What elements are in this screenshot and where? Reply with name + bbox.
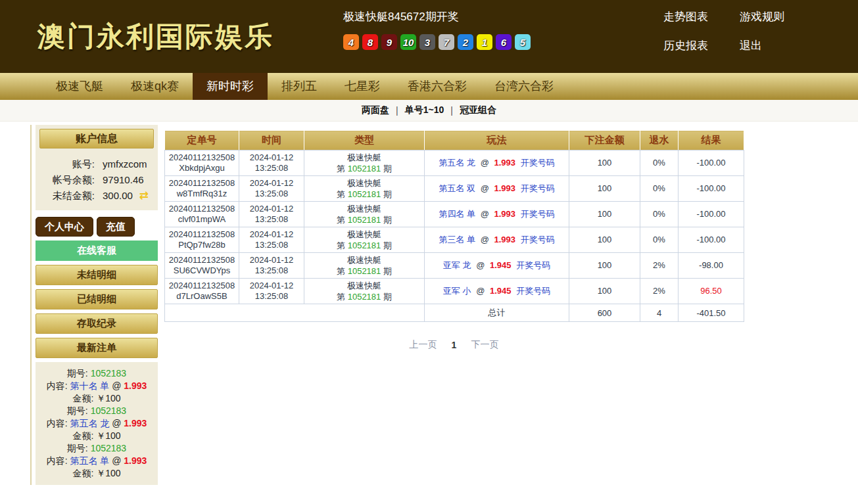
issue-prefix: 第 [337,241,345,250]
col-header-amount: 下注金额 [569,131,640,150]
play-name: 亚军 小 [443,286,471,296]
account-row: 未结金额: 300.00 ⇄ [39,188,154,204]
sidebar-menu: 未结明细 已结明细 存取纪录 最新注单 [36,265,158,358]
cell-play: 亚军 小 @ 1.945 开奖号码 [425,279,569,304]
cell-date: 2024-01-12 [241,204,302,214]
prev-page-button[interactable]: 上一页 [410,339,437,351]
draw-numbers-link[interactable]: 开奖号码 [521,209,555,219]
bet-issue-value: 1052183 [91,368,127,378]
cell-game: 极速快艇 [306,280,422,291]
subnav: 两面盘 | 单号1~10 | 冠亚组合 [0,100,858,122]
play-name: 第四名 单 [439,209,475,219]
draw-numbers-link[interactable]: 开奖号码 [516,260,550,270]
col-header-time: 时间 [239,131,304,150]
issue-prefix: 第 [337,164,345,173]
bet-amount-label: 金额: [72,393,93,403]
account-info-button[interactable]: 账户信息 [39,129,154,149]
cell-order-id: 20240112132508SU6CVWDYps [165,253,239,279]
bet-issue-label: 期号: [67,443,88,453]
cell-date: 2024-01-12 [241,281,302,291]
online-service-button[interactable]: 在线客服 [36,241,158,261]
cell-type: 极速快艇 第 1052181 期 [304,227,425,253]
bet-amount-value: ￥100 [96,430,120,441]
game-nav-tab[interactable]: 极速qk赛 [117,73,193,100]
subnav-item-two-side[interactable]: 两面盘 [362,104,389,116]
game-nav-tab[interactable]: 新时时彩 [193,73,268,100]
cell-issue-line: 第 1052181 期 [306,163,422,174]
cell-rebate: 0% [640,227,679,253]
bet-odds-value: 1.993 [124,455,147,466]
profile-button[interactable]: 个人中心 [36,217,93,237]
issue-prefix: 第 [337,215,345,225]
cell-amount: 100 [569,202,640,227]
draw-result-block: 极速快艇845672期开奖 4 8 9 10 3 7 2 1 [343,9,531,50]
deposit-button[interactable]: 充值 [97,217,135,237]
cell-play: 第四名 单 @ 1.993 开奖号码 [425,202,569,227]
game-nav-tab[interactable]: 七星彩 [331,73,394,100]
cell-issue-line: 第 1052181 期 [306,189,422,200]
bet-odds-value: 1.993 [124,380,147,391]
subnav-separator: | [396,105,398,116]
sidebar-menu-button[interactable]: 未结明细 [36,265,158,285]
cell-amount: 100 [569,253,640,279]
bet-at-symbol: @ [112,418,121,428]
header-link[interactable]: 走势图表 [663,9,708,24]
cell-play: 亚军 龙 @ 1.945 开奖号码 [425,253,569,279]
table-row: 20240112132508d7LrOawS5B 2024-01-12 13:2… [165,279,744,304]
draw-numbers-link[interactable]: 开奖号码 [521,235,555,244]
bet-content-value: 第五名 单 [70,455,109,466]
draw-numbers-link[interactable]: 开奖号码 [521,183,555,193]
play-odds: 1.993 [494,235,515,244]
subnav-item-single-number[interactable]: 单号1~10 [405,104,444,116]
play-at-symbol: @ [481,235,489,244]
play-odds: 1.993 [494,209,515,219]
account-row-label: 未结金额: [39,188,95,204]
game-nav-tab[interactable]: 排列五 [268,73,331,100]
lottery-ball: 2 [458,34,473,50]
cell-time: 2024-01-12 13:25:08 [239,227,304,253]
header-link[interactable]: 历史报表 [663,38,708,53]
game-nav-tab[interactable]: 极速飞艇 [42,73,117,100]
play-at-symbol: @ [481,209,489,219]
issue-suffix: 期 [383,215,392,225]
cell-time: 2024-01-12 13:25:08 [239,150,304,176]
total-rebate: 4 [640,304,679,322]
account-row-value: ymfxzcom [103,156,147,172]
bet-content-value: 第十名 单 [70,380,109,391]
subnav-item-champion-combo[interactable]: 冠亚组合 [460,104,496,116]
page-number[interactable]: 1 [452,340,457,350]
lottery-ball: 8 [362,34,378,50]
draw-numbers-link[interactable]: 开奖号码 [521,158,555,168]
cell-order-id: 20240112132508XbkdpjAxgu [165,150,239,176]
header-link[interactable]: 退出 [740,38,762,53]
cell-rebate: 0% [640,202,679,227]
cell-rebate: 2% [640,253,679,279]
header-link[interactable]: 游戏规则 [740,9,784,24]
play-name: 亚军 龙 [443,260,471,270]
bet-content-label: 内容: [47,455,68,466]
total-label: 总计 [425,304,569,322]
sidebar-menu-button[interactable]: 已结明细 [36,289,158,309]
game-nav-tab[interactable]: 台湾六合彩 [481,73,567,100]
sidebar-menu-button[interactable]: 最新注单 [36,338,158,358]
bet-content-value: 第五名 龙 [70,418,109,428]
play-name: 第五名 双 [439,183,475,193]
refresh-icon[interactable]: ⇄ [139,188,149,204]
bet-amount-label: 金额: [72,468,93,478]
lottery-ball: 7 [439,34,454,50]
cell-order-id: 20240112132508clvf01mpWA [165,202,239,227]
brand-title: 澳门永利国际娱乐 [37,18,274,55]
bet-content-line: 内容: 第五名 单 @ 1.993 [37,455,156,467]
latest-bets-panel: 期号: 1052183 内容: 第十名 单 @ 1.993 金额: ￥100 [36,362,158,485]
next-page-button[interactable]: 下一页 [471,339,498,351]
cell-game: 极速快艇 [306,254,422,265]
bet-content-label: 内容: [47,380,68,391]
bet-amount-label: 金额: [72,430,93,441]
sidebar-menu-button[interactable]: 存取纪录 [36,313,158,334]
cell-type: 极速快艇 第 1052181 期 [304,176,425,202]
cell-order-id: 20240112132508d7LrOawS5B [165,279,239,304]
draw-numbers-link[interactable]: 开奖号码 [516,286,550,296]
col-header-play: 玩法 [425,131,569,150]
play-odds: 1.993 [494,158,515,168]
game-nav-tab[interactable]: 香港六合彩 [394,73,481,100]
